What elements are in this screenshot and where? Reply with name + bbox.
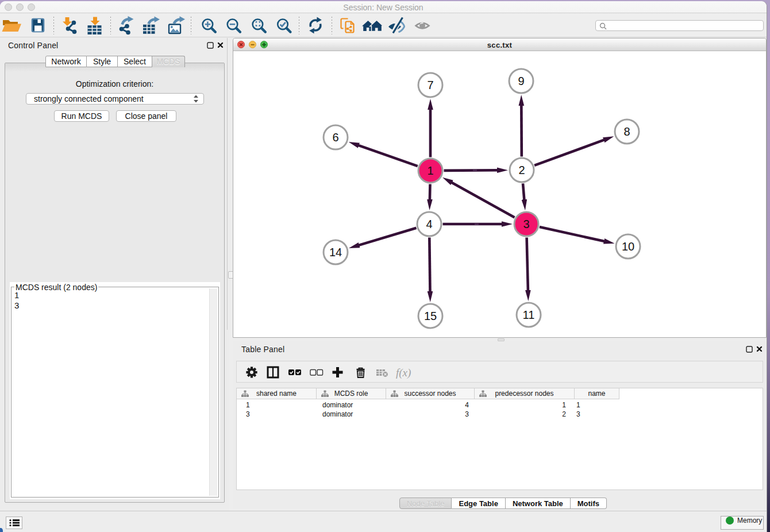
svg-text:3: 3 (523, 218, 529, 230)
svg-text:f(x): f(x) (396, 367, 411, 379)
svg-text:4: 4 (426, 218, 432, 230)
svg-text:2: 2 (518, 164, 525, 176)
svg-text:8: 8 (623, 125, 630, 138)
svg-text:14: 14 (329, 246, 342, 259)
svg-text:1: 1 (427, 164, 433, 177)
svg-text:9: 9 (518, 75, 524, 87)
svg-text:6: 6 (332, 131, 338, 144)
svg-text:10: 10 (622, 240, 634, 253)
svg-text:11: 11 (523, 309, 535, 321)
svg-text:7: 7 (427, 79, 433, 91)
svg-text:15: 15 (424, 310, 437, 322)
